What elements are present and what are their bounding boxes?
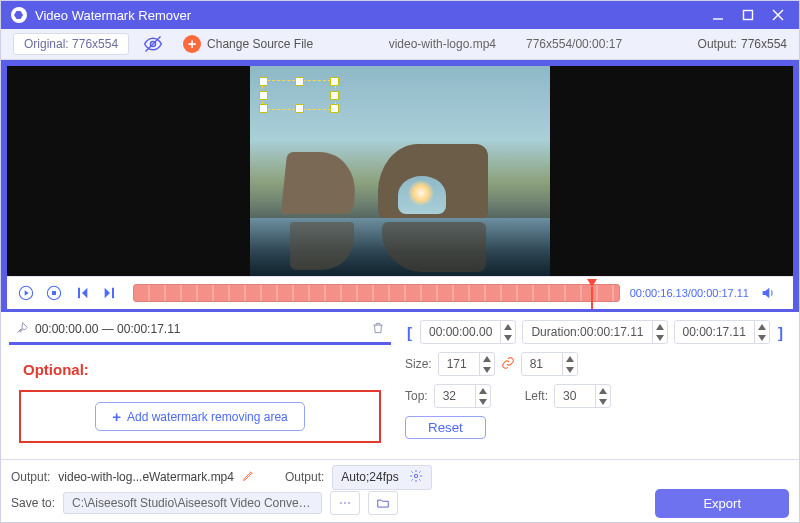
handle-mr[interactable] xyxy=(330,91,339,100)
properties-panel: [ 00:00:00.00 Duration:00:00:17.11 00:00… xyxy=(401,316,791,457)
plus-icon: + xyxy=(112,409,121,424)
time-readout: 00:00:16.13/00:00:17.11 xyxy=(630,287,749,299)
playhead[interactable] xyxy=(587,279,597,287)
duration-field[interactable]: Duration:00:00:17.11 xyxy=(522,320,667,344)
playback-bar: 00:00:16.13/00:00:17.11 xyxy=(7,276,793,309)
play-button[interactable] xyxy=(15,282,37,304)
watermark-selection-box[interactable] xyxy=(262,80,336,110)
infobar: Original: 776x554 + Change Source File v… xyxy=(1,29,799,60)
edit-filename-icon[interactable] xyxy=(242,469,255,485)
svg-marker-7 xyxy=(25,290,29,295)
save-to-label: Save to: xyxy=(11,496,55,510)
source-filename: video-with-logo.mp4 xyxy=(389,37,496,51)
settings-icon[interactable] xyxy=(409,469,423,486)
video-preview[interactable] xyxy=(250,66,550,276)
open-folder-button[interactable] xyxy=(368,491,398,515)
output-filename: video-with-log...eWatermark.mp4 xyxy=(58,470,234,484)
window-title: Video Watermark Remover xyxy=(35,8,191,23)
add-watermark-area-button[interactable]: + Add watermark removing area xyxy=(95,402,305,431)
preview-gutter-right xyxy=(550,66,793,276)
delete-segment-icon[interactable] xyxy=(371,321,385,338)
volume-button[interactable] xyxy=(757,282,779,304)
highlight-box: + Add watermark removing area xyxy=(19,390,381,443)
svg-rect-1 xyxy=(744,11,753,20)
svg-point-11 xyxy=(340,502,342,504)
plus-icon: + xyxy=(183,35,201,53)
output-format-label: Output: xyxy=(285,470,324,484)
preview-toggle-icon[interactable] xyxy=(143,34,163,54)
maximize-button[interactable] xyxy=(733,1,763,29)
handle-tm[interactable] xyxy=(295,77,304,86)
top-label: Top: xyxy=(405,389,428,403)
handle-bm[interactable] xyxy=(295,104,304,113)
range-start-bracket[interactable]: [ xyxy=(405,324,414,341)
left-label: Left: xyxy=(525,389,548,403)
close-button[interactable] xyxy=(763,1,793,29)
timeline-track[interactable] xyxy=(133,284,620,302)
mark-out-button[interactable] xyxy=(99,282,121,304)
source-dim-time: 776x554/00:00:17 xyxy=(526,37,622,51)
app-logo xyxy=(11,7,27,23)
left-field[interactable]: 30 xyxy=(554,384,611,408)
change-source-label: Change Source File xyxy=(207,37,313,51)
handle-br[interactable] xyxy=(330,104,339,113)
range-start-field[interactable]: 00:00:00.00 xyxy=(420,320,516,344)
optional-label: Optional: xyxy=(23,361,381,378)
original-label: Original: xyxy=(24,37,69,51)
handle-tl[interactable] xyxy=(259,77,268,86)
mark-in-button[interactable] xyxy=(71,282,93,304)
spin-down[interactable] xyxy=(501,332,515,343)
change-source-button[interactable]: + Change Source File xyxy=(183,35,313,53)
export-button[interactable]: Export xyxy=(655,489,789,518)
size-label: Size: xyxy=(405,357,432,371)
handle-tr[interactable] xyxy=(330,77,339,86)
segment-marker-icon[interactable] xyxy=(15,321,29,338)
handle-ml[interactable] xyxy=(259,91,268,100)
segments-panel: 00:00:00.00 — 00:00:17.11 Optional: + Ad… xyxy=(9,316,391,457)
output-name-label: Output: xyxy=(11,470,50,484)
output-format-value: Auto;24fps xyxy=(341,470,398,484)
add-area-label: Add watermark removing area xyxy=(127,410,288,424)
svg-rect-9 xyxy=(52,291,56,295)
original-size-chip: Original: 776x554 xyxy=(13,33,129,55)
svg-point-13 xyxy=(349,502,351,504)
preview-stage: 00:00:16.13/00:00:17.11 xyxy=(1,60,799,312)
reset-button[interactable]: Reset xyxy=(405,416,486,439)
preview-gutter-left xyxy=(7,66,250,276)
output-format-box[interactable]: Auto;24fps xyxy=(332,465,431,490)
stop-button[interactable] xyxy=(43,282,65,304)
preview-row xyxy=(7,66,793,276)
save-path: C:\Aiseesoft Studio\Aiseesoft Video Conv… xyxy=(63,492,322,514)
handle-bl[interactable] xyxy=(259,104,268,113)
top-field[interactable]: 32 xyxy=(434,384,491,408)
segment-row[interactable]: 00:00:00.00 — 00:00:17.11 xyxy=(9,316,391,345)
size-width-field[interactable]: 171 xyxy=(438,352,495,376)
footer: Output: video-with-log...eWatermark.mp4 … xyxy=(1,459,799,522)
original-dimensions: 776x554 xyxy=(72,37,118,51)
output-label: Output: xyxy=(698,37,737,51)
titlebar: Video Watermark Remover xyxy=(1,1,799,29)
svg-point-10 xyxy=(414,474,418,478)
link-aspect-icon[interactable] xyxy=(501,356,515,373)
svg-point-12 xyxy=(344,502,346,504)
segment-range: 00:00:00.00 — 00:00:17.11 xyxy=(35,322,371,336)
range-end-field[interactable]: 00:00:17.11 xyxy=(674,320,770,344)
size-height-field[interactable]: 81 xyxy=(521,352,578,376)
output-dimensions: 776x554 xyxy=(741,37,787,51)
range-end-bracket[interactable]: ] xyxy=(776,324,785,341)
browse-path-button[interactable] xyxy=(330,491,360,515)
minimize-button[interactable] xyxy=(703,1,733,29)
spin-up[interactable] xyxy=(501,321,515,332)
